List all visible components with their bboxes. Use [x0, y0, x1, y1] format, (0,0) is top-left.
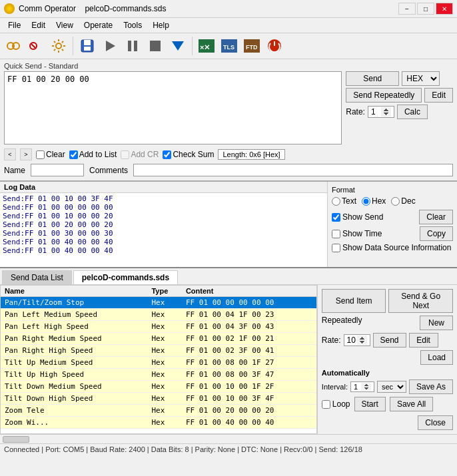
table-row[interactable]: Pan Right Medium SpeedHexFF 01 00 02 1F … [1, 333, 316, 345]
table-row[interactable]: Pan Left Medium SpeedHexFF 01 00 04 1F 0… [1, 309, 316, 321]
edit-button[interactable]: Edit [424, 88, 453, 103]
down-button[interactable] [167, 35, 189, 57]
svg-marker-8 [106, 41, 115, 51]
format-panel: Format Text Hex Dec Show Send Clear [327, 182, 457, 267]
maximize-button[interactable]: □ [417, 3, 434, 15]
ftd-button[interactable]: FTD [241, 35, 262, 57]
stop-button[interactable] [145, 35, 166, 57]
add-cr-checkbox[interactable] [121, 150, 129, 159]
menu-tools[interactable]: Tools [118, 19, 147, 31]
excel-button[interactable]: ×✕ [196, 35, 217, 57]
add-to-list-checkbox[interactable] [69, 150, 78, 159]
save-as-button[interactable]: Save As [409, 379, 453, 394]
send-go-next-button[interactable]: Send & Go Next [388, 289, 453, 313]
connect-button[interactable] [3, 35, 24, 57]
table-row[interactable]: Tilt Up High SpeedHexFF 01 00 08 00 3F 4… [1, 369, 316, 381]
rate-label-2: Rate: [322, 336, 341, 345]
table-row[interactable]: Tilt Down Medium SpeedHexFF 01 00 10 00 … [1, 381, 316, 393]
log-line-1: Send:FF 01 00 10 00 3F 4F [3, 194, 324, 203]
close-button-2[interactable]: Close [418, 415, 453, 430]
disconnect-button[interactable] [25, 35, 47, 57]
text-radio[interactable] [332, 197, 340, 206]
table-row[interactable]: Zoom Wi...HexFF 01 00 40 00 00 40 [1, 417, 316, 429]
log-data-label: Log Data [0, 182, 327, 193]
clear-checkbox[interactable] [36, 150, 45, 159]
minimize-button[interactable]: − [398, 3, 416, 15]
loop-label-container[interactable]: Loop [322, 399, 350, 409]
table-row[interactable]: Zoom TeleHexFF 01 00 20 00 00 20 [1, 405, 316, 417]
menu-file[interactable]: File [3, 19, 26, 31]
add-cr-checkbox-label[interactable]: Add CR [121, 150, 159, 159]
play-button[interactable] [99, 35, 121, 57]
pause-button[interactable] [122, 35, 143, 57]
rate-label: Rate: [346, 107, 365, 117]
next-button[interactable]: > [20, 148, 32, 160]
show-send-checkbox[interactable] [332, 213, 340, 222]
load-button[interactable]: Load [420, 350, 453, 365]
dec-radio[interactable] [391, 197, 400, 206]
send-button-2[interactable]: Send [373, 333, 406, 348]
format-clear-button[interactable]: Clear [419, 210, 453, 224]
start-button[interactable]: Start [354, 397, 386, 411]
svg-rect-7 [84, 47, 91, 51]
clear-checkbox-label[interactable]: Clear [36, 150, 65, 159]
table-row[interactable]: Pan Right High SpeedHexFF 01 00 02 3F 00… [1, 345, 316, 357]
name-input[interactable] [31, 164, 84, 176]
dec-radio-text: Dec [401, 196, 415, 206]
quick-send-inner: FF 01 00 20 00 00 Send HEX DEC TEXT Send… [4, 71, 453, 144]
save-all-button[interactable]: Save All [390, 397, 433, 411]
send-button[interactable]: Send [346, 71, 399, 86]
hex-radio-label[interactable]: Hex [362, 196, 386, 206]
show-time-checkbox-label[interactable]: Show Time [332, 229, 382, 238]
new-button[interactable]: New [420, 316, 453, 330]
quick-send-textarea[interactable]: FF 01 00 20 00 00 [4, 71, 342, 144]
prev-button[interactable]: < [4, 148, 16, 160]
table-row[interactable]: Pan/Tilt/Zoom StopHexFF 01 00 00 00 00 0… [1, 297, 316, 309]
add-to-list-checkbox-label[interactable]: Add to List [69, 150, 117, 159]
menu-help[interactable]: Help [147, 19, 175, 31]
edit-button-2[interactable]: Edit [409, 333, 438, 348]
settings-button[interactable] [48, 35, 69, 57]
show-send-checkbox-label[interactable]: Show Send [332, 212, 383, 222]
table-row[interactable]: Pan Left High SpeedHexFF 01 00 04 3F 00 … [1, 321, 316, 333]
show-data-source-checkbox-label[interactable]: Show Data Source Information [332, 243, 451, 252]
checksum-checkbox-label[interactable]: Check Sum [163, 150, 214, 159]
toolbar: ×✕ TLS FTD [0, 33, 457, 59]
menu-operate[interactable]: Operate [79, 19, 118, 31]
menu-view[interactable]: View [51, 19, 79, 31]
power-button[interactable] [264, 35, 285, 57]
data-controls: Send Item Send & Go Next Repeatedly New … [317, 285, 457, 434]
rate-input-2[interactable] [344, 334, 370, 346]
checksum-checkbox[interactable] [163, 150, 171, 159]
log-line-3: Send:FF 01 00 10 00 00 20 [3, 212, 324, 220]
send-repeatedly-button[interactable]: Send Repeatedly [346, 88, 422, 103]
menu-edit[interactable]: Edit [26, 19, 51, 31]
dec-radio-label[interactable]: Dec [391, 196, 415, 206]
h-scrollbar[interactable] [0, 434, 457, 443]
send-item-button[interactable]: Send Item [322, 289, 386, 313]
interval-input[interactable] [350, 381, 374, 392]
automatically-label: Automatically [322, 369, 453, 377]
tab-send-data-list[interactable]: Send Data List [2, 270, 72, 284]
show-time-checkbox[interactable] [332, 230, 340, 238]
format-dropdown[interactable]: HEX DEC TEXT [402, 71, 440, 86]
text-radio-label[interactable]: Text [332, 196, 356, 206]
show-data-source-checkbox[interactable] [332, 244, 340, 252]
text-radio-text: Text [342, 196, 356, 206]
svg-marker-12 [172, 41, 184, 51]
format-copy-button[interactable]: Copy [420, 226, 453, 241]
svg-line-3 [31, 44, 35, 48]
close-button[interactable]: ✕ [436, 3, 453, 15]
tab-pelco-file[interactable]: pelcoD-commands.sds [73, 270, 178, 284]
save-button[interactable] [77, 35, 98, 57]
hex-radio[interactable] [362, 197, 370, 206]
table-row[interactable]: Tilt Down High SpeedHexFF 01 00 10 00 3F… [1, 393, 316, 405]
calc-button[interactable]: Calc [397, 105, 428, 119]
comments-input[interactable] [133, 164, 453, 176]
sec-select[interactable]: sec min [377, 381, 406, 393]
table-row[interactable]: Tilt Up Medium SpeedHexFF 01 00 08 00 1F… [1, 357, 316, 369]
tls-button[interactable]: TLS [219, 35, 240, 57]
rate-input[interactable] [368, 106, 394, 118]
loop-checkbox[interactable] [322, 400, 330, 409]
svg-text:×✕: ×✕ [200, 43, 210, 51]
